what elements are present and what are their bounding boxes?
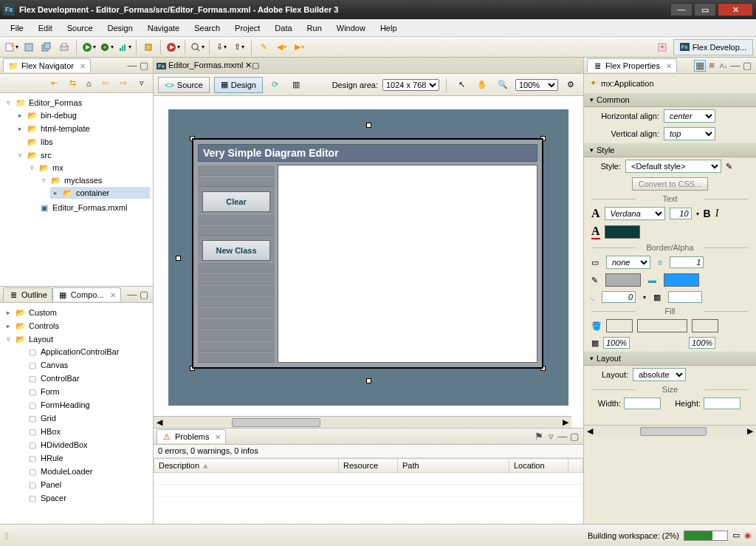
stop-build-icon[interactable]: ◉: [744, 530, 752, 540]
menu-run[interactable]: Run: [300, 21, 329, 35]
border-style-select[interactable]: none: [606, 256, 650, 269]
tree-project[interactable]: Editor_Formas: [29, 98, 82, 107]
forward-icon[interactable]: ▶▾: [291, 39, 307, 55]
filter-icon[interactable]: ⚑: [533, 431, 545, 443]
collapse-all-icon[interactable]: ⇤: [46, 75, 62, 92]
tree-libs[interactable]: libs: [41, 137, 53, 146]
bold-icon[interactable]: B: [704, 208, 711, 219]
back-icon[interactable]: ◀▾: [273, 39, 289, 55]
category-view-icon[interactable]: ≡: [706, 60, 718, 72]
refresh-icon[interactable]: ⟳: [267, 77, 284, 93]
new-class-button[interactable]: New Class: [202, 240, 270, 261]
new-icon[interactable]: ▾: [3, 39, 19, 55]
tree-myclasses[interactable]: myclasses: [64, 176, 102, 185]
save-icon[interactable]: [21, 39, 37, 55]
fill-alpha2-input[interactable]: [689, 337, 715, 349]
border-weight-input[interactable]: [670, 256, 704, 268]
component-item[interactable]: ▢ApplicationControlBar: [25, 346, 150, 358]
close-icon[interactable]: ✕: [80, 62, 86, 70]
section-common[interactable]: ▾Common: [584, 92, 756, 107]
close-icon[interactable]: ✕: [215, 433, 221, 441]
minimize-button[interactable]: —: [670, 3, 693, 16]
convert-css-button[interactable]: Convert to CSS...: [632, 177, 709, 191]
menu-edit[interactable]: Edit: [31, 21, 60, 35]
menu-data[interactable]: Data: [267, 21, 299, 35]
mx-application-preview[interactable]: Very Simple Diagram Editor Clear New Cla…: [192, 138, 543, 369]
prev-annotation-icon[interactable]: ⇧▾: [231, 39, 247, 55]
font-size-input[interactable]: [670, 208, 692, 219]
group-controls[interactable]: Controls: [29, 321, 59, 330]
view-menu-icon[interactable]: ▿: [134, 75, 150, 92]
nav-back-icon[interactable]: ⇦: [97, 75, 113, 92]
states-icon[interactable]: ▥: [288, 77, 304, 93]
highlight-color-swatch[interactable]: [664, 273, 699, 287]
outline-tab[interactable]: ≣ Outline: [3, 287, 52, 301]
next-annotation-icon[interactable]: ⇩▾: [213, 39, 230, 55]
save-all-icon[interactable]: [38, 39, 55, 55]
debug-icon[interactable]: ▾: [98, 39, 114, 55]
menu-file[interactable]: File: [3, 21, 31, 35]
problems-tab[interactable]: ⚠ Problems ✕: [157, 429, 226, 443]
tree-main-file[interactable]: Editor_Formas.mxml: [52, 203, 127, 212]
selection-tool-icon[interactable]: ↖: [453, 77, 470, 93]
border-color-swatch[interactable]: [605, 273, 641, 287]
col-path[interactable]: Path: [398, 459, 509, 473]
zoom-tool-icon[interactable]: 🔍: [495, 77, 511, 93]
component-item[interactable]: ▢FormHeading: [25, 399, 150, 411]
nav-home-icon[interactable]: ⌂: [83, 75, 94, 92]
minimize-view-icon[interactable]: —: [126, 289, 138, 301]
zoom-dropdown-icon[interactable]: ⚙: [563, 77, 579, 93]
maximize-view-icon[interactable]: ▢: [138, 289, 150, 301]
tool-panel[interactable]: Clear New Class: [198, 165, 275, 363]
source-mode-button[interactable]: <> Source: [158, 77, 210, 93]
fill-color2-swatch[interactable]: [692, 319, 718, 332]
external-tool-icon[interactable]: ▾: [165, 39, 181, 55]
profile-icon[interactable]: ▾: [116, 39, 132, 55]
menu-source[interactable]: Source: [60, 21, 100, 35]
minimize-view-icon[interactable]: —: [557, 431, 568, 443]
open-perspective-icon[interactable]: +: [654, 39, 670, 55]
search-icon[interactable]: ▾: [189, 39, 205, 55]
design-canvas[interactable]: Very Simple Diagram Editor Clear New Cla…: [154, 96, 583, 428]
close-icon[interactable]: ✕: [666, 62, 672, 70]
col-resource[interactable]: Resource: [339, 459, 398, 473]
maximize-view-icon[interactable]: ▢: [138, 60, 150, 72]
alphabetical-view-icon[interactable]: A↓: [718, 60, 729, 72]
clear-button[interactable]: Clear: [202, 191, 270, 212]
group-custom[interactable]: Custom: [29, 308, 57, 317]
navigator-tab[interactable]: 📁 Flex Navigator ✕: [3, 58, 91, 72]
component-item[interactable]: ▢Spacer: [25, 492, 150, 504]
fill-alpha1-input[interactable]: [603, 337, 630, 349]
standard-view-icon[interactable]: ▦: [694, 60, 706, 72]
component-item[interactable]: ▢Grid: [25, 412, 150, 424]
menu-navigate[interactable]: Navigate: [140, 21, 187, 35]
panel-titlebar[interactable]: Very Simple Diagram Editor: [198, 144, 537, 162]
props-hscroll[interactable]: ◀▶: [584, 425, 756, 437]
progress-details-icon[interactable]: ▭: [732, 530, 740, 540]
maximize-view-icon[interactable]: ▢: [741, 60, 753, 72]
style-select[interactable]: <Default style>: [625, 160, 721, 173]
valign-select[interactable]: top: [664, 127, 715, 140]
last-edit-icon[interactable]: ✎: [255, 39, 272, 55]
group-layout[interactable]: Layout: [29, 335, 53, 344]
menu-project[interactable]: Project: [227, 21, 267, 35]
font-family-select[interactable]: Verdana: [605, 207, 665, 220]
print-icon[interactable]: [56, 39, 72, 55]
component-item[interactable]: ▢Form: [25, 386, 150, 397]
tree-container[interactable]: container: [76, 188, 109, 197]
design-area-select[interactable]: 1024 x 768: [382, 79, 439, 91]
fill-gradient-swatch[interactable]: [637, 319, 687, 332]
close-button[interactable]: ✕: [718, 3, 753, 16]
component-item[interactable]: ▢HBox: [25, 426, 150, 437]
link-editor-icon[interactable]: ⇆: [64, 75, 80, 92]
maximize-view-icon[interactable]: ▢: [252, 61, 259, 70]
text-color-swatch[interactable]: [605, 225, 640, 239]
bg-alpha-input[interactable]: [668, 291, 702, 303]
run-icon[interactable]: ▾: [80, 39, 97, 55]
section-layout[interactable]: ▾Layout: [584, 351, 756, 366]
export-icon[interactable]: [140, 39, 157, 55]
properties-tab[interactable]: ≣ Flex Properties ✕: [587, 58, 677, 72]
editor-tab[interactable]: Fx Editor_Formas.mxml ✕: [157, 61, 252, 70]
component-item[interactable]: ▢Canvas: [25, 359, 150, 371]
tree-bin-debug[interactable]: bin-debug: [41, 111, 77, 120]
